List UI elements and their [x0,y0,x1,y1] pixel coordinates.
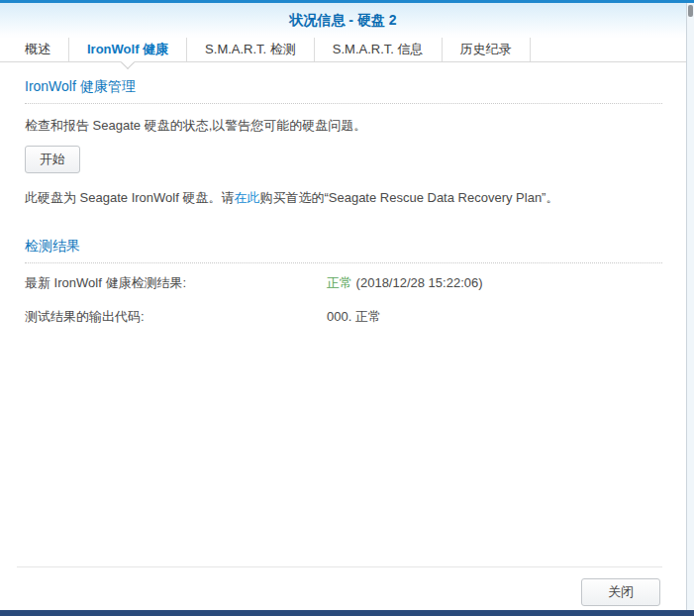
section-title-health-management: IronWolf 健康管理 [25,78,662,104]
scrollbar-thumb[interactable] [688,5,693,17]
footer-buttons: 关闭 [0,567,686,606]
result-row-output-code: 测试结果的输出代码: 000. 正常 [25,308,662,326]
buy-here-link[interactable]: 在此 [234,190,259,205]
latest-result-label: 最新 IronWolf 健康检测结果: [25,274,327,292]
dialog-footer: 关闭 [0,566,686,610]
output-code-value: 000. 正常 [327,308,381,326]
tab-ironwolf-health-label: IronWolf 健康 [87,42,168,56]
latest-result-status-badge: 正常 [327,275,352,290]
tab-bar: 概述 IronWolf 健康 S.M.A.R.T. 检测 S.M.A.R.T. … [0,38,686,62]
rescue-plan-text: 此硬盘为 Seagate IronWolf 硬盘。请在此购买首选的“Seagat… [25,189,662,206]
tab-smart-test[interactable]: S.M.A.R.T. 检测 [187,38,315,61]
status-dialog: 状况信息 - 硬盘 2 概述 IronWolf 健康 S.M.A.R.T. 检测… [0,3,686,610]
tab-smart-test-label: S.M.A.R.T. 检测 [205,42,296,56]
dialog-top-edge [0,0,694,3]
health-description: 检查和报告 Seagate 硬盘的状态,以警告您可能的硬盘问题。 [25,117,662,134]
tab-history[interactable]: 历史纪录 [443,38,531,61]
dialog-header: 状况信息 - 硬盘 2 [0,3,686,38]
tab-smart-info[interactable]: S.M.A.R.T. 信息 [315,38,443,61]
latest-result-value: 正常 (2018/12/28 15:22:06) [327,274,483,292]
tab-overview-label: 概述 [25,42,50,56]
tab-overview[interactable]: 概述 [7,38,69,61]
tab-smart-info-label: S.M.A.R.T. 信息 [333,42,424,56]
dialog-title: 状况信息 - 硬盘 2 [289,12,396,28]
output-code-label: 测试结果的输出代码: [25,308,327,326]
scrollbar-track[interactable] [686,3,694,610]
tab-history-label: 历史纪录 [460,42,512,56]
close-button[interactable]: 关闭 [581,578,660,606]
tab-ironwolf-health[interactable]: IronWolf 健康 [69,38,187,61]
latest-result-timestamp: (2018/12/28 15:22:06) [352,275,483,290]
dialog-bottom-edge [0,610,694,616]
rescue-plan-text-post: 购买首选的“Seagate Rescue Data Recovery Plan”… [259,190,558,205]
tab-content-ironwolf-health: IronWolf 健康管理 检查和报告 Seagate 硬盘的状态,以警告您可能… [0,62,686,566]
section-title-test-results: 检测结果 [25,238,662,263]
start-button[interactable]: 开始 [25,146,80,173]
result-row-latest: 最新 IronWolf 健康检测结果: 正常 (2018/12/28 15:22… [25,274,662,292]
rescue-plan-text-pre: 此硬盘为 Seagate IronWolf 硬盘。请 [25,190,234,205]
